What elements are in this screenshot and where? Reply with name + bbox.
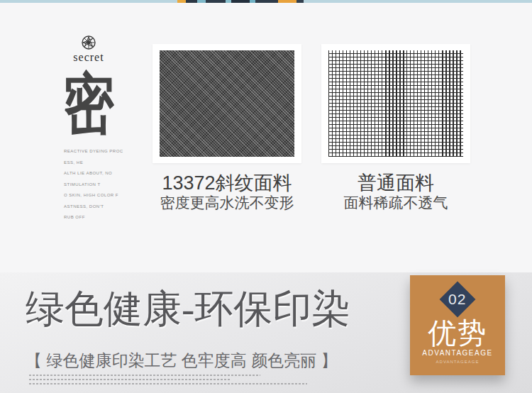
twill-fabric-image xyxy=(160,50,294,157)
banner-title: 绿色健康-环保印染 xyxy=(26,288,394,331)
twill-fabric-card xyxy=(153,44,301,163)
advantage-label-en-small: ADVANTAGEAGE xyxy=(410,360,505,364)
tagline-line: ASTNESS, DON'T xyxy=(64,201,128,213)
brand-name: secret xyxy=(50,51,128,64)
brand-hanzi: 密 xyxy=(58,70,119,138)
ordinary-fabric-card xyxy=(321,44,470,163)
advantage-number-diamond: 02 xyxy=(440,282,476,318)
eco-dyeing-banner-section: 绿色健康-环保印染 【 绿色健康印染工艺 色牢度高 颜色亮丽 】 02 优势 A… xyxy=(0,272,532,393)
fine-print-line xyxy=(29,375,260,376)
tagline-line: REACTIVE DYEING PROC xyxy=(64,146,128,157)
advantage-number: 02 xyxy=(448,291,466,308)
rosette-icon xyxy=(82,35,96,50)
twill-fabric-title: 13372斜纹面料 xyxy=(145,173,309,193)
advantage-label-cn: 优势 xyxy=(410,318,505,348)
fine-print-line xyxy=(29,379,231,380)
tagline-line: ESS, HE xyxy=(64,157,128,169)
swatch-column-twill: 13372斜纹面料 密度更高水洗不变形 xyxy=(145,44,309,211)
swatch-column-ordinary: 普通面料 面料稀疏不透气 xyxy=(314,44,477,211)
ordinary-fabric-title: 普通面料 xyxy=(314,173,477,193)
advantage-label-en: ADVANTAGEAGE xyxy=(410,349,505,357)
twill-fabric-subtitle: 密度更高水洗不变形 xyxy=(145,195,309,211)
ordinary-fabric-image xyxy=(328,50,463,157)
tagline-line: O SKIN, HIGH COLOR F xyxy=(64,190,128,201)
ordinary-fabric-subtitle: 面料稀疏不透气 xyxy=(314,195,477,211)
advantage-badge-block: 02 优势 ADVANTAGEAGE ADVANTAGEAGE xyxy=(410,275,505,375)
banner-subtitle: 【 绿色健康印染工艺 色牢度高 颜色亮丽 】 xyxy=(26,352,338,370)
tagline-line: STIMULATION T xyxy=(64,179,128,191)
brand-column: secret 密 REACTIVE DYEING PROC ESS, HE AL… xyxy=(50,35,128,223)
product-detail-page: secret 密 REACTIVE DYEING PROC ESS, HE AL… xyxy=(0,0,532,393)
brand-tagline: REACTIVE DYEING PROC ESS, HE ALTH LIE AB… xyxy=(50,146,128,223)
tagline-line: RUB OFF xyxy=(64,212,128,223)
fine-print-line xyxy=(29,383,307,384)
fabric-comparison-section: secret 密 REACTIVE DYEING PROC ESS, HE AL… xyxy=(0,3,532,272)
tagline-line: ALTH LIE ABOUT, NO xyxy=(64,168,128,179)
